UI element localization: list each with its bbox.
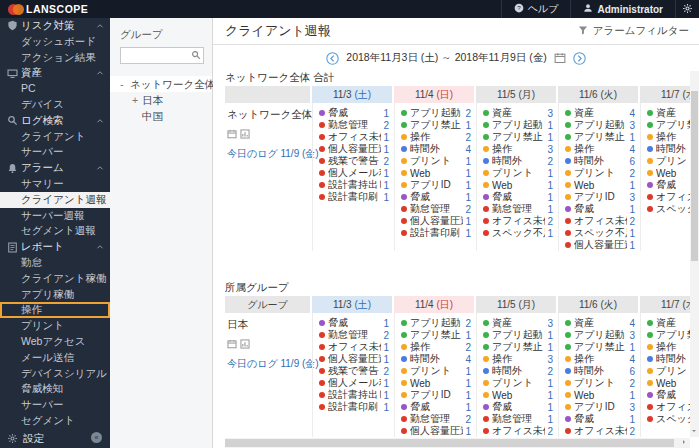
tree-node-ネットワーク全体[interactable]: -ネットワーク全体 xyxy=(110,76,212,92)
alarm-row[interactable]: 資産 xyxy=(641,107,690,119)
alarm-row[interactable]: プリント2 xyxy=(559,167,640,179)
alarm-row[interactable]: オフィス未使用2 xyxy=(477,215,558,227)
sidebar-section-header[interactable]: リスク対策 xyxy=(0,18,110,34)
alarm-row[interactable]: 時間外6 xyxy=(559,155,640,167)
sidebar-item-ダッシュボード[interactable]: ダッシュボード xyxy=(0,34,110,50)
alarm-row[interactable]: プリント1 xyxy=(395,155,476,167)
alarm-row[interactable]: 設計書印刷1 xyxy=(313,401,394,413)
alarm-row[interactable]: 脅威1 xyxy=(559,203,640,215)
sidebar-item-サーバー[interactable]: サーバー xyxy=(0,144,110,160)
alarm-row[interactable]: プリント1 xyxy=(477,167,558,179)
alarm-row[interactable]: プリント1 xyxy=(477,377,558,389)
alarm-row[interactable]: アプリ起動1 xyxy=(477,119,558,131)
alarm-row[interactable]: プリント xyxy=(641,155,690,167)
tree-expander[interactable]: - xyxy=(120,76,130,92)
alarm-row[interactable]: 時間外2 xyxy=(477,155,558,167)
alarm-row[interactable]: 時間外6 xyxy=(559,365,640,377)
alarm-row[interactable]: 勤怠管理1 xyxy=(477,413,558,425)
alarm-row[interactable]: 設計書持出し1 xyxy=(313,179,394,191)
sidebar-item-セグメント[interactable]: セグメント xyxy=(0,413,110,429)
alarm-filter-button[interactable]: アラームフィルター xyxy=(578,24,689,38)
help-button[interactable]: ? ヘルプ xyxy=(501,0,571,18)
alarm-row[interactable]: 脅威1 xyxy=(395,191,476,203)
sidebar-item-アプリ稼働[interactable]: アプリ稼働 xyxy=(0,287,110,303)
alarm-row[interactable]: 残業で警告2 xyxy=(313,365,394,377)
alarm-row[interactable]: アプリ禁止 xyxy=(641,119,690,131)
alarm-row[interactable]: プリント2 xyxy=(559,377,640,389)
sidebar-item-デバイス[interactable]: デバイス xyxy=(0,97,110,113)
alarm-row[interactable]: 操作3 xyxy=(477,143,558,155)
alarm-row[interactable]: 勤怠管理2 xyxy=(395,413,476,425)
alarm-row[interactable]: スペック不足1 xyxy=(559,227,640,239)
alarm-row[interactable]: 設計書印刷1 xyxy=(313,191,394,203)
sidebar-section-header[interactable]: レポート xyxy=(0,239,110,255)
alarm-row[interactable]: アプリ禁止1 xyxy=(395,119,476,131)
alarm-row[interactable]: 脅威1 xyxy=(313,107,394,119)
alarm-row[interactable]: 時間外4 xyxy=(395,143,476,155)
alarm-row[interactable]: アプリ禁止1 xyxy=(477,131,558,143)
alarm-row[interactable]: 時間外 xyxy=(641,353,690,365)
alarm-row[interactable]: 操作3 xyxy=(477,353,558,365)
alarm-row[interactable]: 脅威 xyxy=(641,389,690,401)
alarm-row[interactable]: 資産3 xyxy=(477,107,558,119)
alarm-row[interactable]: 操作4 xyxy=(559,143,640,155)
alarm-row[interactable]: 脅威1 xyxy=(477,401,558,413)
alarm-row[interactable]: Web1 xyxy=(395,167,476,179)
alarm-row[interactable]: アプリID1 xyxy=(395,389,476,401)
sidebar-item-サーバー週報[interactable]: サーバー週報 xyxy=(0,208,110,224)
next-week-button[interactable] xyxy=(573,52,586,65)
sidebar-item-クライアント稼働[interactable]: クライアント稼働 xyxy=(0,271,110,287)
tree-expander[interactable]: + xyxy=(132,92,142,108)
alarm-row[interactable]: 脅威1 xyxy=(477,191,558,203)
scroll-down-arrow[interactable] xyxy=(690,427,699,436)
chart-icon[interactable] xyxy=(240,125,250,143)
sidebar-collapse-button[interactable]: « xyxy=(91,432,102,443)
alarm-row[interactable]: 残業で警告2 xyxy=(313,155,394,167)
alarm-row[interactable]: Web xyxy=(641,167,690,179)
today-log-link[interactable]: 今日のログ 11/9 (金) xyxy=(225,356,312,372)
alarm-row[interactable]: 操作2 xyxy=(395,341,476,353)
alarm-row[interactable]: 操作 xyxy=(641,131,690,143)
alarm-row[interactable]: スペック不足1 xyxy=(477,227,558,239)
prev-week-button[interactable] xyxy=(326,52,339,65)
sidebar-item-クライアント[interactable]: クライアント xyxy=(0,129,110,145)
calendar-icon[interactable] xyxy=(227,335,237,353)
scroll-right-arrow[interactable] xyxy=(680,438,689,448)
alarm-row[interactable]: オフィス未使用 xyxy=(641,191,690,203)
tree-node-中国[interactable]: 中国 xyxy=(120,108,204,124)
alarm-row[interactable]: Web1 xyxy=(559,179,640,191)
alarm-row[interactable]: 勤怠管理1 xyxy=(477,203,558,215)
alarm-row[interactable]: オフィス未使用 xyxy=(641,401,690,413)
sidebar-section-header[interactable]: ログ検索 xyxy=(0,113,110,129)
chart-icon[interactable] xyxy=(240,335,250,353)
alarm-row[interactable]: 個人容量圧迫1 xyxy=(559,239,640,251)
alarm-row[interactable]: 資産3 xyxy=(477,317,558,329)
alarm-row[interactable]: 個人容量圧迫1 xyxy=(313,143,394,155)
alarm-row[interactable]: アプリ禁止1 xyxy=(559,131,640,143)
sidebar-item-プリント[interactable]: プリント xyxy=(0,318,110,334)
alarm-row[interactable]: 時間外2 xyxy=(477,365,558,377)
alarm-row[interactable]: オフィス未使用1 xyxy=(313,131,394,143)
calendar-icon[interactable] xyxy=(227,125,237,143)
alarm-row[interactable]: 個人容量圧迫1 xyxy=(313,353,394,365)
alarm-row[interactable]: 勤怠管理2 xyxy=(313,119,394,131)
calendar-icon[interactable] xyxy=(554,52,566,64)
alarm-row[interactable]: 脅威1 xyxy=(395,401,476,413)
alarm-row[interactable]: オフィス未使用2 xyxy=(559,425,640,437)
alarm-row[interactable]: スペック不足 xyxy=(641,203,690,215)
settings-menu-button[interactable] xyxy=(675,0,699,18)
sidebar-section-header[interactable]: 資産 xyxy=(0,65,110,81)
alarm-row[interactable]: 操作2 xyxy=(395,131,476,143)
alarm-row[interactable]: 勤怠管理2 xyxy=(395,203,476,215)
alarm-row[interactable]: Web1 xyxy=(477,389,558,401)
alarm-row[interactable]: 設計書印刷1 xyxy=(395,227,476,239)
alarm-row[interactable]: 脅威1 xyxy=(313,317,394,329)
alarm-row[interactable]: 資産 xyxy=(641,317,690,329)
alarm-row[interactable]: スペック不足 xyxy=(641,413,690,425)
alarm-row[interactable]: 操作 xyxy=(641,341,690,353)
alarm-row[interactable]: 個人容量圧迫1 xyxy=(395,425,476,437)
alarm-row[interactable]: 脅威 xyxy=(641,179,690,191)
alarm-row[interactable]: 個人メール利用1 xyxy=(313,167,394,179)
tree-expander[interactable] xyxy=(132,108,142,124)
alarm-row[interactable]: プリント xyxy=(641,365,690,377)
